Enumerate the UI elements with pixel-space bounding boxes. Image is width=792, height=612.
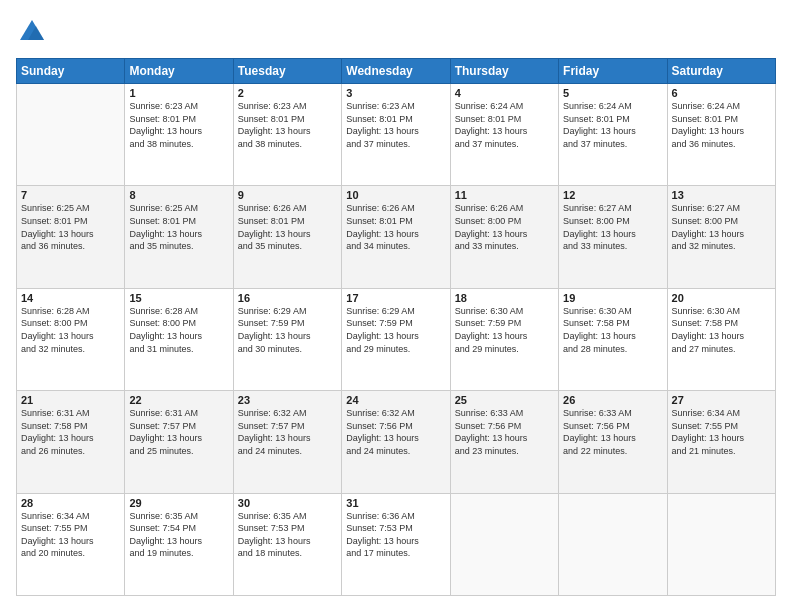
day-number: 29 — [129, 497, 228, 509]
weekday-header: Friday — [559, 59, 667, 84]
day-number: 10 — [346, 189, 445, 201]
day-number: 20 — [672, 292, 771, 304]
day-info: Sunrise: 6:23 AMSunset: 8:01 PMDaylight:… — [346, 100, 445, 150]
day-number: 5 — [563, 87, 662, 99]
day-info: Sunrise: 6:28 AMSunset: 8:00 PMDaylight:… — [129, 305, 228, 355]
day-info: Sunrise: 6:23 AMSunset: 8:01 PMDaylight:… — [238, 100, 337, 150]
day-number: 19 — [563, 292, 662, 304]
day-info: Sunrise: 6:32 AMSunset: 7:56 PMDaylight:… — [346, 407, 445, 457]
day-number: 21 — [21, 394, 120, 406]
day-info: Sunrise: 6:31 AMSunset: 7:58 PMDaylight:… — [21, 407, 120, 457]
calendar-cell: 27Sunrise: 6:34 AMSunset: 7:55 PMDayligh… — [667, 391, 775, 493]
day-info: Sunrise: 6:29 AMSunset: 7:59 PMDaylight:… — [346, 305, 445, 355]
day-number: 1 — [129, 87, 228, 99]
calendar-cell — [559, 493, 667, 595]
day-number: 14 — [21, 292, 120, 304]
day-number: 6 — [672, 87, 771, 99]
day-info: Sunrise: 6:30 AMSunset: 7:58 PMDaylight:… — [672, 305, 771, 355]
day-info: Sunrise: 6:32 AMSunset: 7:57 PMDaylight:… — [238, 407, 337, 457]
day-number: 18 — [455, 292, 554, 304]
weekday-header: Sunday — [17, 59, 125, 84]
day-info: Sunrise: 6:26 AMSunset: 8:01 PMDaylight:… — [238, 202, 337, 252]
calendar-cell: 6Sunrise: 6:24 AMSunset: 8:01 PMDaylight… — [667, 84, 775, 186]
weekday-header: Saturday — [667, 59, 775, 84]
calendar-cell: 4Sunrise: 6:24 AMSunset: 8:01 PMDaylight… — [450, 84, 558, 186]
calendar-cell: 8Sunrise: 6:25 AMSunset: 8:01 PMDaylight… — [125, 186, 233, 288]
day-info: Sunrise: 6:33 AMSunset: 7:56 PMDaylight:… — [455, 407, 554, 457]
calendar-cell: 29Sunrise: 6:35 AMSunset: 7:54 PMDayligh… — [125, 493, 233, 595]
day-info: Sunrise: 6:26 AMSunset: 8:01 PMDaylight:… — [346, 202, 445, 252]
logo-icon — [16, 16, 48, 48]
calendar-cell: 18Sunrise: 6:30 AMSunset: 7:59 PMDayligh… — [450, 288, 558, 390]
calendar-cell: 9Sunrise: 6:26 AMSunset: 8:01 PMDaylight… — [233, 186, 341, 288]
day-number: 26 — [563, 394, 662, 406]
day-info: Sunrise: 6:28 AMSunset: 8:00 PMDaylight:… — [21, 305, 120, 355]
calendar-cell: 24Sunrise: 6:32 AMSunset: 7:56 PMDayligh… — [342, 391, 450, 493]
day-number: 9 — [238, 189, 337, 201]
calendar-cell: 26Sunrise: 6:33 AMSunset: 7:56 PMDayligh… — [559, 391, 667, 493]
day-number: 11 — [455, 189, 554, 201]
calendar-cell: 7Sunrise: 6:25 AMSunset: 8:01 PMDaylight… — [17, 186, 125, 288]
day-info: Sunrise: 6:34 AMSunset: 7:55 PMDaylight:… — [21, 510, 120, 560]
day-number: 22 — [129, 394, 228, 406]
day-info: Sunrise: 6:31 AMSunset: 7:57 PMDaylight:… — [129, 407, 228, 457]
weekday-header: Monday — [125, 59, 233, 84]
calendar-cell: 28Sunrise: 6:34 AMSunset: 7:55 PMDayligh… — [17, 493, 125, 595]
calendar-cell: 30Sunrise: 6:35 AMSunset: 7:53 PMDayligh… — [233, 493, 341, 595]
calendar-cell: 23Sunrise: 6:32 AMSunset: 7:57 PMDayligh… — [233, 391, 341, 493]
day-number: 31 — [346, 497, 445, 509]
day-info: Sunrise: 6:30 AMSunset: 7:58 PMDaylight:… — [563, 305, 662, 355]
calendar-cell: 1Sunrise: 6:23 AMSunset: 8:01 PMDaylight… — [125, 84, 233, 186]
day-info: Sunrise: 6:29 AMSunset: 7:59 PMDaylight:… — [238, 305, 337, 355]
calendar-cell: 3Sunrise: 6:23 AMSunset: 8:01 PMDaylight… — [342, 84, 450, 186]
day-info: Sunrise: 6:35 AMSunset: 7:53 PMDaylight:… — [238, 510, 337, 560]
day-info: Sunrise: 6:33 AMSunset: 7:56 PMDaylight:… — [563, 407, 662, 457]
calendar-cell: 19Sunrise: 6:30 AMSunset: 7:58 PMDayligh… — [559, 288, 667, 390]
calendar-cell: 13Sunrise: 6:27 AMSunset: 8:00 PMDayligh… — [667, 186, 775, 288]
calendar-cell: 21Sunrise: 6:31 AMSunset: 7:58 PMDayligh… — [17, 391, 125, 493]
calendar-cell: 20Sunrise: 6:30 AMSunset: 7:58 PMDayligh… — [667, 288, 775, 390]
day-number: 23 — [238, 394, 337, 406]
calendar-cell — [450, 493, 558, 595]
day-number: 27 — [672, 394, 771, 406]
day-info: Sunrise: 6:24 AMSunset: 8:01 PMDaylight:… — [563, 100, 662, 150]
calendar-cell: 16Sunrise: 6:29 AMSunset: 7:59 PMDayligh… — [233, 288, 341, 390]
day-number: 25 — [455, 394, 554, 406]
day-number: 28 — [21, 497, 120, 509]
calendar-cell — [667, 493, 775, 595]
day-info: Sunrise: 6:35 AMSunset: 7:54 PMDaylight:… — [129, 510, 228, 560]
calendar-cell: 10Sunrise: 6:26 AMSunset: 8:01 PMDayligh… — [342, 186, 450, 288]
day-number: 7 — [21, 189, 120, 201]
day-info: Sunrise: 6:27 AMSunset: 8:00 PMDaylight:… — [672, 202, 771, 252]
day-info: Sunrise: 6:25 AMSunset: 8:01 PMDaylight:… — [21, 202, 120, 252]
day-number: 2 — [238, 87, 337, 99]
day-number: 24 — [346, 394, 445, 406]
calendar-cell: 11Sunrise: 6:26 AMSunset: 8:00 PMDayligh… — [450, 186, 558, 288]
calendar-cell: 15Sunrise: 6:28 AMSunset: 8:00 PMDayligh… — [125, 288, 233, 390]
day-info: Sunrise: 6:24 AMSunset: 8:01 PMDaylight:… — [455, 100, 554, 150]
day-number: 15 — [129, 292, 228, 304]
day-number: 12 — [563, 189, 662, 201]
logo — [16, 16, 52, 48]
calendar-cell: 2Sunrise: 6:23 AMSunset: 8:01 PMDaylight… — [233, 84, 341, 186]
calendar-cell: 5Sunrise: 6:24 AMSunset: 8:01 PMDaylight… — [559, 84, 667, 186]
weekday-header: Wednesday — [342, 59, 450, 84]
calendar-cell: 17Sunrise: 6:29 AMSunset: 7:59 PMDayligh… — [342, 288, 450, 390]
day-info: Sunrise: 6:27 AMSunset: 8:00 PMDaylight:… — [563, 202, 662, 252]
day-number: 17 — [346, 292, 445, 304]
page: SundayMondayTuesdayWednesdayThursdayFrid… — [0, 0, 792, 612]
day-info: Sunrise: 6:23 AMSunset: 8:01 PMDaylight:… — [129, 100, 228, 150]
day-number: 4 — [455, 87, 554, 99]
calendar-cell — [17, 84, 125, 186]
day-number: 16 — [238, 292, 337, 304]
day-info: Sunrise: 6:30 AMSunset: 7:59 PMDaylight:… — [455, 305, 554, 355]
calendar-cell: 12Sunrise: 6:27 AMSunset: 8:00 PMDayligh… — [559, 186, 667, 288]
day-info: Sunrise: 6:24 AMSunset: 8:01 PMDaylight:… — [672, 100, 771, 150]
day-info: Sunrise: 6:34 AMSunset: 7:55 PMDaylight:… — [672, 407, 771, 457]
calendar-cell: 14Sunrise: 6:28 AMSunset: 8:00 PMDayligh… — [17, 288, 125, 390]
calendar-cell: 22Sunrise: 6:31 AMSunset: 7:57 PMDayligh… — [125, 391, 233, 493]
header — [16, 16, 776, 48]
day-number: 3 — [346, 87, 445, 99]
weekday-header: Thursday — [450, 59, 558, 84]
day-number: 8 — [129, 189, 228, 201]
